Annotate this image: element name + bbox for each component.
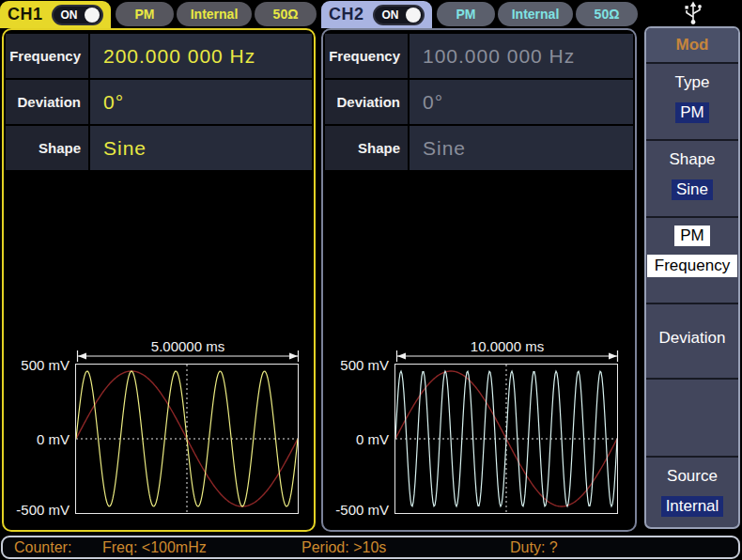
ch2-shape-row: Shape Sine [325, 126, 633, 170]
softkey-shape-value: Sine [672, 179, 713, 200]
softkey-pm-label: PM [674, 226, 710, 246]
ch2-frequency-label: Frequency [325, 34, 410, 78]
ch1-deviation-row: Deviation 0° [6, 80, 312, 124]
ch1-toggle-label: ON [61, 8, 78, 22]
menu-title-mod: Mod [646, 28, 738, 62]
softkey-shape[interactable]: Shape Sine [646, 139, 738, 216]
ch2-tab: CH2 ON [321, 1, 432, 28]
softkey-menu: Mod Type PM Shape Sine PM Frequency Devi… [644, 26, 740, 529]
ch2-vmax-label: 500 mV [323, 357, 389, 373]
ch1-source-badge: Internal [177, 2, 252, 26]
ch2-frequency-value: 100.000 000 Hz [410, 34, 633, 78]
softkey-blank [646, 378, 738, 456]
softkey-deviation[interactable]: Deviation [646, 303, 738, 378]
ch1-label: CH1 [8, 5, 43, 24]
ch1-vzero-label: 0 mV [4, 431, 70, 447]
counter-status-bar: Counter: Freq: <100mHz Period: >10s Duty… [1, 536, 740, 559]
ch1-fields: Frequency 200.000 000 Hz Deviation 0° Sh… [6, 34, 312, 172]
counter-freq-value: Freq: <100mHz [102, 538, 207, 556]
ch2-panel: Frequency 100.000 000 Hz Deviation 0° Sh… [321, 28, 637, 532]
ch2-impedance-badge: 50Ω [576, 2, 638, 26]
softkey-source[interactable]: Source Internal [646, 456, 738, 527]
ch1-deviation-value: 0° [90, 80, 312, 124]
ch2-source-badge: Internal [498, 2, 573, 26]
ch2-toggle-knob [406, 8, 421, 23]
ch2-badges: PM Internal 50Ω [434, 2, 638, 26]
ch2-deviation-label: Deviation [325, 80, 410, 124]
counter-period-value: Period: >10s [301, 538, 386, 556]
ch2-on-toggle[interactable]: ON [373, 5, 425, 25]
instrument-screen: CH1 ON PM Internal 50Ω CH2 ON PM Interna… [0, 0, 742, 560]
ch1-vmin-label: -500 mV [4, 502, 70, 518]
softkey-type-value: PM [675, 102, 709, 123]
softkey-pm-frequency[interactable]: PM Frequency [646, 216, 738, 303]
ch1-modulation-badge: PM [116, 2, 174, 26]
ch1-waveform-plot [75, 364, 299, 514]
ch2-vzero-label: 0 mV [323, 431, 389, 447]
ch2-deviation-row: Deviation 0° [325, 80, 633, 124]
counter-duty-value: Duty: ? [510, 538, 558, 556]
ch2-measure-arrow [394, 349, 620, 362]
ch1-header: CH1 ON PM Internal 50Ω [0, 0, 319, 28]
ch1-tab: CH1 ON [0, 1, 111, 28]
usb-icon [682, 1, 704, 25]
ch1-frequency-value: 200.000 000 Hz [90, 34, 312, 78]
ch1-shape-label: Shape [6, 126, 90, 170]
ch2-waveform-svg [395, 365, 617, 513]
ch1-measure-arrow [75, 349, 301, 362]
ch2-deviation-value: 0° [410, 80, 633, 124]
ch2-fields: Frequency 100.000 000 Hz Deviation 0° Sh… [325, 34, 633, 172]
ch2-vmin-label: -500 mV [323, 502, 389, 518]
counter-label: Counter: [14, 538, 71, 556]
ch1-frequency-row: Frequency 200.000 000 Hz [6, 34, 312, 78]
ch2-header: CH2 ON PM Internal 50Ω [321, 0, 641, 28]
ch1-vmax-label: 500 mV [4, 357, 70, 373]
ch1-deviation-label: Deviation [6, 80, 90, 124]
ch1-shape-row: Shape Sine [6, 126, 312, 170]
ch1-toggle-knob [85, 8, 100, 23]
softkey-type[interactable]: Type PM [646, 62, 738, 139]
ch1-badges: PM Internal 50Ω [113, 2, 317, 26]
ch1-waveform-svg [76, 365, 298, 513]
softkey-frequency-value: Frequency [647, 255, 737, 277]
ch1-shape-value: Sine [90, 126, 312, 170]
ch1-panel: Frequency 200.000 000 Hz Deviation 0° Sh… [2, 28, 316, 532]
ch1-impedance-badge: 50Ω [255, 2, 317, 26]
carrier-trace [395, 371, 617, 506]
ch2-toggle-label: ON [382, 8, 399, 22]
ch2-frequency-row: Frequency 100.000 000 Hz [325, 34, 633, 78]
softkey-source-value: Internal [661, 496, 724, 517]
ch1-frequency-label: Frequency [6, 34, 90, 78]
softkey-source-label: Source [646, 467, 738, 486]
ch1-on-toggle[interactable]: ON [52, 5, 103, 25]
softkey-shape-label: Shape [646, 150, 738, 169]
ch2-waveform-plot [394, 364, 618, 514]
softkey-deviation-label: Deviation [646, 329, 738, 348]
ch2-shape-value: Sine [410, 126, 633, 170]
ch2-shape-label: Shape [325, 126, 410, 170]
ch2-modulation-badge: PM [437, 2, 495, 26]
ch2-label: CH2 [329, 5, 364, 24]
softkey-type-label: Type [646, 73, 738, 92]
